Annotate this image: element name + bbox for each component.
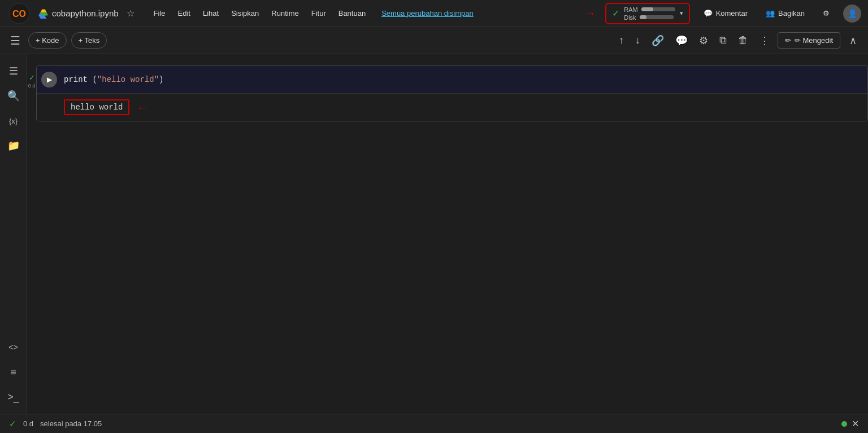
share-button[interactable]: 👥 Bagikan bbox=[761, 7, 809, 20]
comment-icon: 💬 bbox=[704, 9, 713, 18]
status-bar: ✓ 0 d selesai pada 17.05 ✕ bbox=[0, 414, 868, 433]
gear-icon: ⚙ bbox=[823, 9, 830, 18]
code-content[interactable]: print ("hello world") bbox=[64, 75, 163, 84]
output-text: hello world bbox=[64, 99, 129, 115]
connection-check-icon: ✓ bbox=[612, 8, 619, 19]
secondary-toolbar: ☰ + Kode + Teks ↑ ↓ 🔗 💬 ⚙ ⧉ 🗑 ⋮ ✏ ✏ Meng… bbox=[0, 27, 868, 54]
pencil-icon: ✏ bbox=[785, 36, 791, 45]
move-down-button[interactable]: ↓ bbox=[632, 32, 644, 49]
close-status-button[interactable]: ✕ bbox=[852, 418, 859, 429]
ram-arrow-indicator: → bbox=[584, 6, 596, 21]
menu-runtime[interactable]: Runtime bbox=[266, 7, 304, 20]
cell-executed-icon: ✓ bbox=[29, 73, 35, 82]
edit-mode-button[interactable]: ✏ ✏ Mengedit bbox=[778, 32, 840, 49]
main-layout: ☰ 🔍 {x} 📁 <> ≡ >_ ✓ 0 d ▶ print ("hello … bbox=[0, 54, 868, 414]
star-icon[interactable]: ☆ bbox=[127, 8, 134, 19]
sidebar-icon-menu[interactable]: ☰ bbox=[3, 61, 24, 81]
menu-help[interactable]: Bantuan bbox=[333, 7, 371, 20]
code-paren-close: ) bbox=[159, 75, 163, 84]
saved-status[interactable]: Semua perubahan disimpan bbox=[381, 9, 474, 18]
cell-status-bar: ✓ 0 d bbox=[27, 65, 36, 89]
left-sidebar: ☰ 🔍 {x} 📁 <> ≡ >_ bbox=[0, 54, 27, 414]
sidebar-icon-terminal[interactable]: ≡ bbox=[3, 362, 24, 382]
move-up-button[interactable]: ↑ bbox=[615, 32, 627, 49]
run-cell-button[interactable]: ▶ bbox=[41, 72, 57, 88]
collapse-button[interactable]: ∧ bbox=[845, 32, 861, 49]
notebook-area: ✓ 0 d ▶ print ("hello world") hello bbox=[27, 54, 868, 414]
expand-button[interactable]: ⧉ bbox=[716, 32, 730, 49]
comment-button[interactable]: 💬 Komentar bbox=[699, 7, 752, 20]
ram-bar-fill bbox=[641, 7, 653, 11]
code-cell: ✓ 0 d ▶ print ("hello world") hello bbox=[27, 65, 868, 121]
menu-bar: File Edit Lihat Sisipkan Runtime Fitur B… bbox=[148, 7, 372, 20]
ram-disk-dropdown-icon[interactable]: ▾ bbox=[680, 10, 683, 17]
cell-time: 0 d bbox=[28, 83, 36, 89]
code-paren-open: ( bbox=[92, 75, 97, 84]
share-label: Bagikan bbox=[778, 9, 805, 18]
toolbar2-right: ↑ ↓ 🔗 💬 ⚙ ⧉ 🗑 ⋮ ✏ ✏ Mengedit ∧ bbox=[615, 32, 861, 49]
sidebar-icon-code[interactable]: <> bbox=[3, 337, 24, 357]
topbar-right: → ✓ RAM Disk ▾ bbox=[584, 3, 861, 24]
ram-row: RAM bbox=[624, 6, 675, 13]
cell-code-area[interactable]: ▶ print ("hello world") bbox=[37, 66, 867, 94]
disk-bar-fill bbox=[640, 15, 646, 19]
ram-bar-bg bbox=[641, 7, 675, 11]
status-check-icon: ✓ bbox=[9, 419, 16, 429]
cell-output-area: hello world ← bbox=[37, 94, 867, 121]
drive-icon bbox=[38, 8, 49, 19]
delete-cell-button[interactable]: 🗑 bbox=[735, 32, 752, 49]
output-arrow-indicator: ← bbox=[136, 101, 147, 114]
code-keyword: print bbox=[64, 75, 92, 84]
sidebar-icon-variables[interactable]: {x} bbox=[3, 111, 24, 131]
cell-settings-button[interactable]: ⚙ bbox=[696, 32, 711, 49]
top-navbar: CO cobapython.ipynb ☆ File Edit Lihat Si… bbox=[0, 0, 868, 27]
disk-bar-bg bbox=[640, 15, 674, 19]
output-row: hello world ← bbox=[64, 99, 861, 115]
menu-insert[interactable]: Sisipkan bbox=[225, 7, 264, 20]
drive-icon-area: cobapython.ipynb bbox=[38, 8, 119, 19]
ram-disk-widget[interactable]: ✓ RAM Disk ▾ bbox=[605, 3, 689, 24]
sidebar-icon-search[interactable]: 🔍 bbox=[3, 86, 24, 106]
menu-edit[interactable]: Edit bbox=[172, 7, 196, 20]
disk-label: Disk bbox=[624, 14, 636, 21]
add-text-label: + Teks bbox=[79, 36, 100, 45]
add-code-button[interactable]: + Kode bbox=[28, 32, 67, 49]
cell-wrapper: ▶ print ("hello world") hello world ← bbox=[36, 65, 868, 121]
disk-row: Disk bbox=[624, 14, 675, 21]
more-button[interactable]: ⋮ bbox=[756, 32, 773, 49]
sidebar-icon-shell[interactable]: >_ bbox=[3, 387, 24, 407]
hamburger-button[interactable]: ☰ bbox=[7, 30, 24, 51]
menu-file[interactable]: File bbox=[148, 7, 171, 20]
add-code-label: + Kode bbox=[36, 36, 59, 45]
ram-label: RAM bbox=[624, 6, 637, 13]
menu-tools[interactable]: Fitur bbox=[306, 7, 332, 20]
code-string: "hello world" bbox=[97, 75, 159, 84]
settings-button[interactable]: ⚙ bbox=[818, 7, 834, 20]
edit-mode-label: ✏ Mengedit bbox=[795, 36, 833, 45]
sidebar-icon-files[interactable]: 📁 bbox=[3, 135, 24, 156]
share-icon: 👥 bbox=[766, 9, 775, 18]
comment-label: Komentar bbox=[716, 9, 748, 18]
user-avatar[interactable]: 👤 bbox=[843, 5, 861, 23]
cell-code-row: ▶ print ("hello world") bbox=[37, 66, 867, 94]
link-button[interactable]: 🔗 bbox=[648, 32, 667, 49]
status-time: 0 d bbox=[23, 419, 33, 428]
menu-view[interactable]: Lihat bbox=[197, 7, 224, 20]
status-right: ✕ bbox=[841, 418, 859, 429]
colab-logo[interactable]: CO bbox=[7, 1, 32, 26]
add-text-button[interactable]: + Teks bbox=[71, 32, 107, 49]
status-message: selesai pada 17.05 bbox=[40, 419, 102, 428]
ram-disk-info: RAM Disk bbox=[624, 6, 675, 21]
notebook-title: cobapython.ipynb bbox=[52, 8, 119, 18]
comment-cell-button[interactable]: 💬 bbox=[672, 32, 691, 49]
connection-status-dot bbox=[841, 421, 847, 427]
svg-text:CO: CO bbox=[12, 9, 26, 19]
